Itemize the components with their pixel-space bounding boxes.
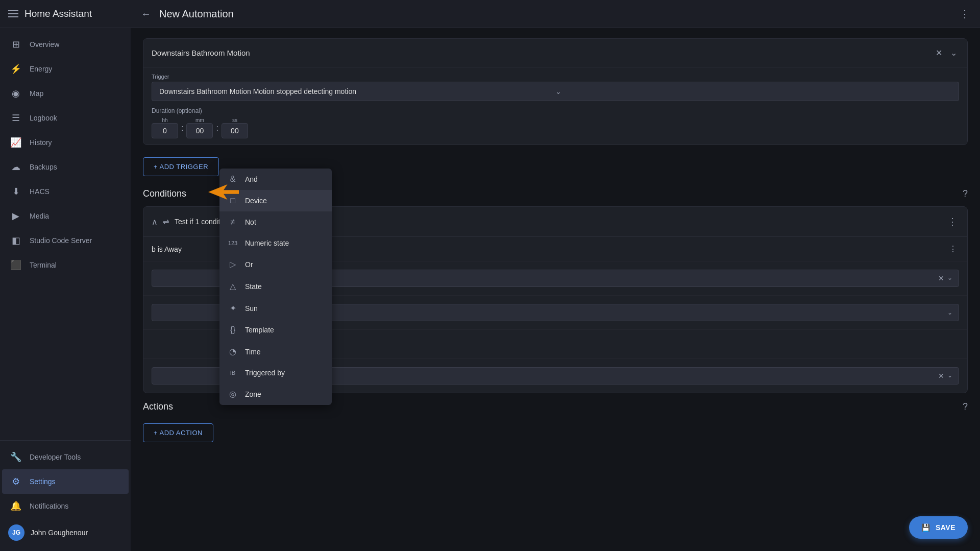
dropdown-item-not[interactable]: ≠ Not xyxy=(219,211,332,233)
user-name: John Goughenour xyxy=(31,529,88,537)
hh-input[interactable] xyxy=(152,123,178,138)
hh-unit: hh xyxy=(152,117,178,138)
sidebar-item-energy[interactable]: ⚡ Energy xyxy=(2,57,129,81)
topbar: ← New Automation ⋮ xyxy=(131,0,980,28)
trigger-name: Downstairs Bathroom Motion xyxy=(152,49,934,57)
mm-unit: mm xyxy=(186,117,213,138)
dropdown-item-triggered-by[interactable]: IB Triggered by xyxy=(219,363,332,383)
condition-collapse-button[interactable]: ∧ xyxy=(152,217,158,227)
dropdown-item-label: State xyxy=(245,282,262,291)
sidebar-item-studio-code-server[interactable]: ◧ Studio Code Server xyxy=(2,228,129,253)
sidebar-nav: ⊞ Overview ⚡ Energy ◉ Map ☰ Logbook 📈 Hi… xyxy=(0,28,131,440)
trigger-card-body: Trigger Downstairs Bathroom Motion Motio… xyxy=(143,67,967,145)
dropdown-item-time[interactable]: ◔ Time xyxy=(219,341,332,363)
mm-input[interactable] xyxy=(186,123,213,138)
sidebar-item-label: Overview xyxy=(30,40,59,49)
condition-type-icon: ⇌ xyxy=(163,217,169,226)
back-button[interactable]: ← xyxy=(141,8,151,20)
sidebar-item-label: Energy xyxy=(30,65,52,73)
overview-icon: ⊞ xyxy=(10,39,21,50)
trigger-close-button[interactable]: ✕ xyxy=(934,46,944,60)
state-input-actions: ✕ ⌄ xyxy=(938,372,952,380)
not-icon: ≠ xyxy=(228,218,238,227)
save-button[interactable]: 💾 SAVE xyxy=(909,516,968,539)
dropdown-item-numeric-state[interactable]: 123 Numeric state xyxy=(219,233,332,253)
studio-code-icon: ◧ xyxy=(10,235,21,246)
sidebar-item-label: Notifications xyxy=(30,502,68,510)
hamburger-icon[interactable] xyxy=(8,10,18,17)
trigger-select[interactable]: Downstairs Bathroom Motion Motion stoppe… xyxy=(152,82,959,101)
save-icon: 💾 xyxy=(921,523,930,532)
dropdown-item-label: Triggered by xyxy=(245,369,285,377)
trigger-expand-button[interactable]: ⌄ xyxy=(948,46,959,60)
sidebar-item-label: Terminal xyxy=(30,261,57,269)
sidebar-item-settings[interactable]: ⚙ Settings xyxy=(2,469,129,494)
numeric-state-input-actions: ⌄ xyxy=(947,309,952,316)
duration-label: Duration (optional) xyxy=(152,107,959,114)
add-trigger-button[interactable]: + ADD TRIGGER xyxy=(143,157,219,176)
trigger-card: Downstairs Bathroom Motion ✕ ⌄ Trigger D… xyxy=(143,38,968,145)
sidebar-item-label: History xyxy=(30,138,52,147)
state-input-clear-icon[interactable]: ✕ xyxy=(938,372,944,380)
user-avatar: JG xyxy=(8,524,24,541)
device-input-expand-icon[interactable]: ⌄ xyxy=(947,274,952,282)
app-title: Home Assistant xyxy=(24,8,92,19)
condition-more-button[interactable]: ⋮ xyxy=(946,214,959,229)
dropdown-item-or[interactable]: ▷ Or xyxy=(219,253,332,275)
media-icon: ▶ xyxy=(10,210,21,222)
and-icon: & xyxy=(228,175,238,184)
existing-condition-more-button[interactable]: ⋮ xyxy=(947,242,959,256)
sidebar-item-history[interactable]: 📈 History xyxy=(2,130,129,155)
numeric-state-icon: 123 xyxy=(228,240,238,246)
sidebar-item-terminal[interactable]: ⬛ Terminal xyxy=(2,253,129,277)
time-sep-1: : xyxy=(181,124,183,133)
backups-icon: ☁ xyxy=(10,161,21,173)
device-input-clear-icon[interactable]: ✕ xyxy=(938,274,944,282)
dropdown-item-sun[interactable]: ✦ Sun xyxy=(219,297,332,319)
dropdown-item-label: Zone xyxy=(245,390,261,398)
numeric-state-expand-icon[interactable]: ⌄ xyxy=(947,309,952,316)
trigger-select-chevron-icon: ⌄ xyxy=(555,87,951,95)
dropdown-item-label: And xyxy=(245,175,258,183)
dropdown-item-state[interactable]: △ State xyxy=(219,275,332,297)
sidebar-item-developer-tools[interactable]: 🔧 Developer Tools xyxy=(2,445,129,469)
sidebar-item-label: Backups xyxy=(30,163,57,171)
sidebar-item-notifications[interactable]: 🔔 Notifications xyxy=(2,494,129,518)
add-action-button[interactable]: + ADD ACTION xyxy=(143,423,213,442)
or-icon: ▷ xyxy=(228,259,238,269)
map-icon: ◉ xyxy=(10,88,21,99)
dropdown-item-label: Not xyxy=(245,218,256,226)
sun-icon: ✦ xyxy=(228,303,238,313)
sidebar-item-hacs[interactable]: ⬇ HACS xyxy=(2,179,129,204)
actions-help-icon[interactable]: ? xyxy=(963,401,968,412)
topbar-more-button[interactable]: ⋮ xyxy=(960,8,970,20)
sidebar-item-backups[interactable]: ☁ Backups xyxy=(2,155,129,179)
dropdown-item-label: Sun xyxy=(245,304,258,313)
time-icon: ◔ xyxy=(228,347,238,356)
dropdown-item-and[interactable]: & And xyxy=(219,169,332,190)
ss-input[interactable] xyxy=(222,123,248,138)
dropdown-item-zone[interactable]: ◎ Zone xyxy=(219,383,332,405)
sidebar-header: Home Assistant xyxy=(0,0,131,28)
device-icon: □ xyxy=(228,196,238,205)
device-input-actions: ✕ ⌄ xyxy=(938,274,952,282)
sidebar-item-media[interactable]: ▶ Media xyxy=(2,204,129,228)
ss-label: ss xyxy=(232,117,237,123)
sidebar-item-logbook[interactable]: ☰ Logbook xyxy=(2,106,129,130)
page-title: New Automation xyxy=(159,8,951,20)
conditions-help-icon[interactable]: ? xyxy=(963,188,968,199)
time-sep-2: : xyxy=(216,124,218,133)
dropdown-item-device[interactable]: □ Device xyxy=(219,190,332,211)
sidebar-item-label: Map xyxy=(30,89,43,98)
hh-label: hh xyxy=(162,117,167,123)
sidebar-bottom: 🔧 Developer Tools ⚙ Settings 🔔 Notificat… xyxy=(0,440,131,551)
energy-icon: ⚡ xyxy=(10,63,21,75)
sidebar-item-label: Logbook xyxy=(30,114,57,122)
sidebar-item-overview[interactable]: ⊞ Overview xyxy=(2,32,129,57)
dropdown-item-template[interactable]: {} Template xyxy=(219,319,332,341)
user-info[interactable]: JG John Goughenour xyxy=(0,518,131,547)
trigger-card-actions: ✕ ⌄ xyxy=(934,46,959,60)
state-input-expand-icon[interactable]: ⌄ xyxy=(947,372,952,380)
sidebar-item-map[interactable]: ◉ Map xyxy=(2,81,129,106)
trigger-field-label: Trigger xyxy=(152,74,959,80)
